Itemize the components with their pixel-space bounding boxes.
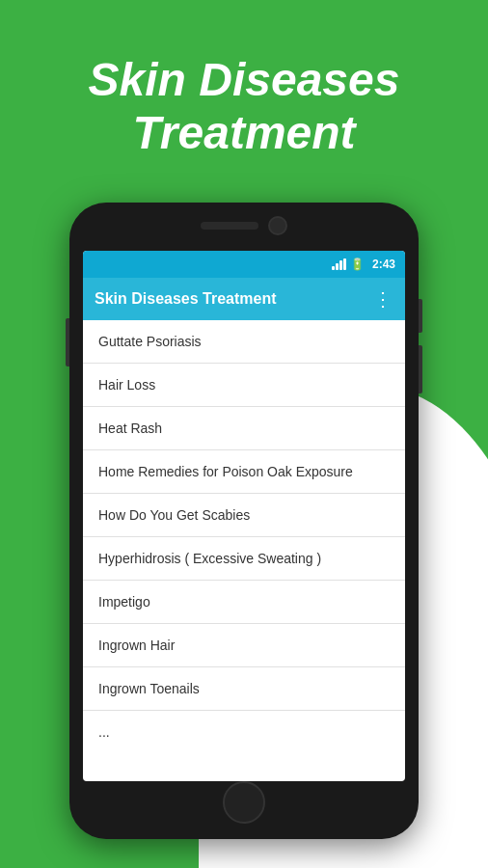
status-bar: 🔋 2:43	[83, 251, 405, 278]
list-item[interactable]: Hair Loss	[83, 364, 405, 407]
list-item[interactable]: ...	[83, 711, 405, 753]
app-bar: Skin Diseases Treatment ⋮	[83, 278, 405, 320]
list-item[interactable]: Hyperhidrosis ( Excessive Sweating )	[83, 537, 405, 581]
status-time: 2:43	[372, 258, 395, 271]
app-title: Skin Diseases Treatment	[0, 53, 488, 159]
list-item[interactable]: Ingrown Toenails	[83, 667, 405, 711]
camera	[268, 216, 287, 235]
home-button[interactable]	[223, 781, 265, 824]
speaker	[201, 222, 258, 230]
phone-shell: 🔋 2:43 Skin Diseases Treatment ⋮ Guttate…	[69, 203, 419, 839]
list: Guttate PsoriasisHair LossHeat RashHome …	[83, 320, 405, 753]
list-item[interactable]: How Do You Get Scabies	[83, 494, 405, 537]
volume-down-button	[419, 345, 422, 393]
app-bar-title: Skin Diseases Treatment	[95, 290, 277, 308]
list-item[interactable]: Guttate Psoriasis	[83, 320, 405, 364]
list-item[interactable]: Home Remedies for Poison Oak Exposure	[83, 450, 405, 494]
signal-icon	[332, 258, 346, 270]
phone-top-bar	[201, 216, 287, 235]
list-item[interactable]: Heat Rash	[83, 407, 405, 450]
list-item[interactable]: Impetigo	[83, 581, 405, 624]
screen: 🔋 2:43 Skin Diseases Treatment ⋮ Guttate…	[83, 251, 405, 781]
battery-icon: 🔋	[350, 258, 365, 271]
more-options-button[interactable]: ⋮	[373, 287, 393, 311]
volume-button	[66, 318, 69, 366]
power-button	[419, 299, 422, 333]
list-item[interactable]: Ingrown Hair	[83, 624, 405, 667]
status-icons: 🔋 2:43	[332, 258, 395, 271]
